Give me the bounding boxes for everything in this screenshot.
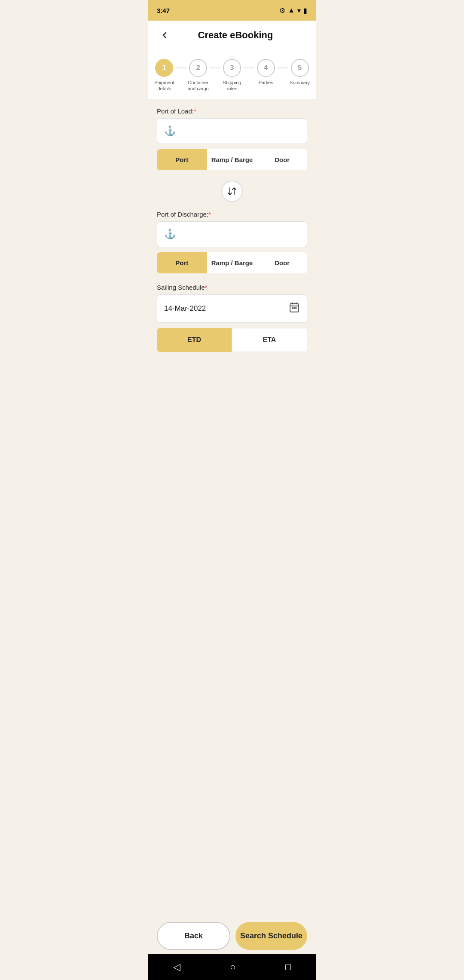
step-3-circle: 3: [223, 59, 241, 77]
svg-rect-3: [295, 307, 296, 309]
nav-home-icon[interactable]: ○: [230, 962, 235, 973]
step-1-circle: 1: [155, 59, 173, 77]
step-1-label: Shipmentdetails: [154, 80, 174, 92]
svg-rect-2: [293, 307, 295, 309]
port-of-discharge-label: Port of Discharge:*: [157, 211, 307, 218]
port-of-load-toggle-door[interactable]: Door: [257, 149, 307, 170]
settings-icon: ⚙: [279, 6, 285, 15]
back-nav-button[interactable]: [157, 28, 172, 43]
step-5[interactable]: 5 Summary: [288, 59, 311, 86]
port-of-discharge-toggle-ramp[interactable]: Ramp / Barge: [207, 252, 257, 273]
etd-button[interactable]: ETD: [157, 328, 232, 352]
port-of-load-toggle-ramp[interactable]: Ramp / Barge: [207, 149, 257, 170]
port-of-discharge-toggle-group: Port Ramp / Barge Door: [157, 252, 307, 273]
step-2-circle: 2: [189, 59, 207, 77]
battery-icon: ▮: [303, 6, 307, 15]
step-2-label: Containerand cargo: [188, 80, 209, 92]
status-bar: 3:47 ⚙ ▲ ▾ ▮: [148, 0, 316, 21]
step-4[interactable]: 4 Parties: [254, 59, 278, 86]
step-3[interactable]: 3 Shippingrates: [220, 59, 244, 92]
swap-button[interactable]: [221, 181, 243, 202]
step-5-circle: 5: [291, 59, 309, 77]
port-of-load-input[interactable]: ⚓: [157, 118, 307, 144]
port-of-discharge-toggle-port[interactable]: Port: [157, 252, 207, 273]
connector-3-4: [244, 67, 254, 68]
search-schedule-button[interactable]: Search Schedule: [235, 922, 307, 950]
status-time: 3:47: [157, 7, 170, 14]
port-of-load-toggle-port[interactable]: Port: [157, 149, 207, 170]
port-of-discharge-input[interactable]: ⚓: [157, 221, 307, 247]
sailing-schedule-section: Sailing Schedule* 14-Mar-2022 ETD ETA: [157, 284, 307, 352]
main-content: Port of Load:* ⚓ Port Ramp / Barge Door …: [148, 99, 316, 404]
stepper: 1 Shipmentdetails 2 Containerand cargo 3…: [148, 50, 316, 99]
nav-recents-icon[interactable]: □: [285, 962, 291, 973]
back-button[interactable]: Back: [157, 922, 230, 950]
eta-button[interactable]: ETA: [232, 328, 307, 352]
step-3-label: Shippingrates: [223, 80, 241, 92]
anchor-icon-load: ⚓: [164, 126, 176, 137]
connector-4-5: [278, 67, 288, 68]
header: Create eBooking: [148, 21, 316, 50]
nav-bar: ◁ ○ □: [148, 954, 316, 980]
page-title: Create eBooking: [179, 30, 292, 41]
port-of-load-section: Port of Load:* ⚓ Port Ramp / Barge Door: [157, 107, 307, 170]
bottom-buttons: Back Search Schedule: [148, 922, 316, 950]
nav-back-icon[interactable]: ◁: [173, 962, 180, 973]
port-of-load-toggle-group: Port Ramp / Barge Door: [157, 149, 307, 170]
step-2[interactable]: 2 Containerand cargo: [186, 59, 210, 92]
status-icons: ⚙ ▲ ▾ ▮: [279, 6, 307, 15]
step-4-circle: 4: [257, 59, 275, 77]
port-of-load-label: Port of Load:*: [157, 107, 307, 115]
step-5-label: Summary: [290, 80, 310, 86]
svg-rect-1: [292, 307, 293, 309]
sailing-date-value: 14-Mar-2022: [164, 304, 206, 313]
port-of-discharge-toggle-door[interactable]: Door: [257, 252, 307, 273]
signal-icon: ▲: [288, 6, 295, 14]
etd-eta-toggle: ETD ETA: [157, 328, 307, 352]
connector-2-3: [210, 67, 220, 68]
connector-1-2: [176, 67, 186, 68]
step-4-label: Parties: [259, 80, 273, 86]
port-of-discharge-section: Port of Discharge:* ⚓ Port Ramp / Barge …: [157, 211, 307, 273]
wifi-icon: ▾: [297, 6, 301, 15]
sailing-schedule-label: Sailing Schedule*: [157, 284, 307, 291]
step-1[interactable]: 1 Shipmentdetails: [153, 59, 176, 92]
calendar-icon[interactable]: [289, 302, 300, 315]
sailing-schedule-input[interactable]: 14-Mar-2022: [157, 294, 307, 323]
anchor-icon-discharge: ⚓: [164, 229, 176, 240]
swap-container: [157, 181, 307, 202]
